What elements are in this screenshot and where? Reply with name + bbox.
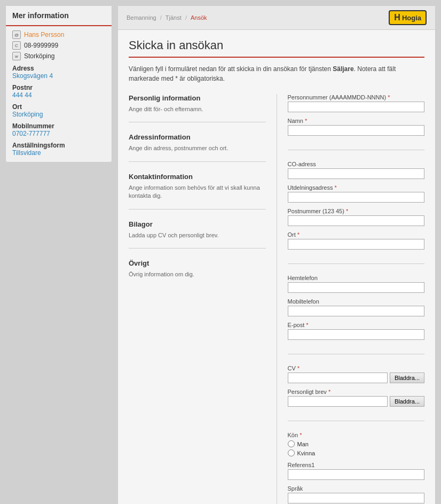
city-item: w Storköping xyxy=(12,52,105,60)
breadcrumb: Bemanning / Tjänst / Ansök xyxy=(127,14,207,21)
hemtelefon-input[interactable] xyxy=(288,282,425,293)
sprak-input[interactable] xyxy=(288,493,425,503)
ort-label: Ort * xyxy=(288,231,425,238)
section-address: Adressinformation Ange din adress, postn… xyxy=(129,133,266,161)
section-attachments-title: Bilagor xyxy=(129,220,266,228)
cv-label: CV * xyxy=(288,365,425,371)
name-label: Namn * xyxy=(288,118,425,124)
right-other-section: Kön * Man Kvinna xyxy=(288,432,425,504)
address-label: Adress xyxy=(12,65,105,72)
kon-radio-group: Man Kvinna xyxy=(288,440,425,456)
section-attachments: Bilagor Ladda upp CV och personligt brev… xyxy=(129,220,266,249)
section-personal-title: Personlig information xyxy=(129,94,266,102)
mobilnummer-label: Mobilnummer xyxy=(12,122,105,130)
phone-value: 08-9999999 xyxy=(24,42,58,49)
section-contact-desc: Ange information som behövs för att vi s… xyxy=(129,184,266,200)
kon-man-label: Man xyxy=(297,441,309,447)
cv-group: CV * Bladdra... xyxy=(288,365,425,383)
right-contact-section: Hemtelefon Mobiltelefon E-post * xyxy=(288,275,425,354)
cv-upload-row: Bladdra... xyxy=(288,373,425,383)
mobilnummer-value: 0702-777777 xyxy=(12,130,105,137)
city-icon: w xyxy=(12,52,21,60)
postnummer-group: Postnummer (123 45) * xyxy=(288,208,425,226)
referens1-input[interactable] xyxy=(288,469,425,480)
kon-kvinna-option[interactable]: Kvinna xyxy=(288,449,425,456)
sprak-group: Språk xyxy=(288,485,425,503)
hemtelefon-group: Hemtelefon xyxy=(288,275,425,293)
page-title: Skicka in ansökan xyxy=(129,38,424,58)
ort-input[interactable] xyxy=(288,239,425,250)
hemtelefon-label: Hemtelefon xyxy=(288,275,425,281)
section-attachments-desc: Ladda upp CV och personligt brev. xyxy=(129,231,266,239)
city-value: Storköping xyxy=(24,52,54,60)
mobiltelefon-label: Mobiltelefon xyxy=(288,298,425,305)
intro-prefix: Vänligen fyll i formuläret nedan för att… xyxy=(129,65,333,73)
sep1: / xyxy=(160,14,163,21)
page-content: Skicka in ansökan Vänligen fyll i formul… xyxy=(118,30,435,504)
co-address-input[interactable] xyxy=(288,168,425,179)
section-address-desc: Ange din adress, postnummer och ort. xyxy=(129,144,266,152)
name-input[interactable] xyxy=(288,125,425,136)
sidebar-content: @ Hans Persson C 08-9999999 w Storköping… xyxy=(6,26,112,162)
cv-file-input[interactable] xyxy=(288,373,388,383)
kon-group: Kön * Man Kvinna xyxy=(288,432,425,456)
ort-value: Storköping xyxy=(12,111,105,118)
anstallningsform-value: Tillsvidare xyxy=(12,149,105,157)
form-left: Personlig information Ange ditt för- och… xyxy=(129,94,277,504)
personnummer-input[interactable] xyxy=(288,102,425,112)
section-contact: Kontaktinformation Ange information som … xyxy=(129,173,266,210)
logo-h: H xyxy=(394,13,400,22)
personligt-brev-label: Personligt brev * xyxy=(288,389,425,395)
street-label: Utdelningsadress * xyxy=(288,184,425,191)
postnr-value: 444 44 xyxy=(12,91,105,99)
section-other-desc: Övrig information om dig. xyxy=(129,270,266,278)
mobiltelefon-group: Mobiltelefon xyxy=(288,298,425,316)
breadcrumb-bar: Bemanning / Tjänst / Ansök H Hogia xyxy=(118,6,435,30)
personligt-brev-browse-button[interactable]: Bladdra... xyxy=(390,396,424,407)
main-content: Bemanning / Tjänst / Ansök H Hogia Skick… xyxy=(117,5,436,504)
epost-label: E-post * xyxy=(288,322,425,328)
breadcrumb-bemanning[interactable]: Bemanning xyxy=(127,14,156,21)
right-address-section: CO-adress Utdelningsadress * Postnummer … xyxy=(288,161,425,264)
sep2: / xyxy=(185,14,188,21)
kon-kvinna-radio[interactable] xyxy=(288,449,295,456)
intro-text: Vänligen fyll i formuläret nedan för att… xyxy=(129,64,424,83)
sidebar-title: Mer information xyxy=(12,11,69,20)
personligt-brev-file-input[interactable] xyxy=(288,396,388,407)
email-icon: @ xyxy=(12,30,21,39)
section-personal-desc: Ange ditt för- och efternamn. xyxy=(129,105,266,113)
section-contact-title: Kontaktinformation xyxy=(129,173,266,181)
kon-man-radio[interactable] xyxy=(288,440,295,447)
address-value: Skogsvägen 4 xyxy=(12,72,105,80)
street-input[interactable] xyxy=(288,192,425,203)
referens1-group: Referens1 xyxy=(288,462,425,480)
logo-text: Hogia xyxy=(402,14,421,22)
section-other-title: Övrigt xyxy=(129,259,266,267)
email-item: @ Hans Persson xyxy=(12,30,105,39)
phone-item: C 08-9999999 xyxy=(12,41,105,50)
sidebar-header: Mer information xyxy=(6,6,112,26)
ort-label: Ort xyxy=(12,103,105,111)
section-other: Övrigt Övrig information om dig. xyxy=(129,259,266,287)
postnummer-input[interactable] xyxy=(288,215,425,226)
right-personal-section: Personnummer (AAAAMMDD-NNNN) * Namn * xyxy=(288,94,425,150)
breadcrumb-tjanst[interactable]: Tjänst xyxy=(166,14,182,21)
email-link[interactable]: Hans Persson xyxy=(24,31,64,38)
postnr-label: Postnr xyxy=(12,84,105,91)
personnummer-label: Personnummer (AAAAMMDD-NNNN) * xyxy=(288,94,425,100)
service-name: Säljare xyxy=(333,65,353,73)
right-attachments-section: CV * Bladdra... Personligt brev * xyxy=(288,365,425,421)
mobiltelefon-input[interactable] xyxy=(288,306,425,316)
postnummer-label: Postnummer (123 45) * xyxy=(288,208,425,214)
name-group: Namn * xyxy=(288,118,425,136)
kon-man-option[interactable]: Man xyxy=(288,440,425,447)
phone-icon: C xyxy=(12,41,21,50)
epost-input[interactable] xyxy=(288,329,425,340)
cv-browse-button[interactable]: Bladdra... xyxy=(390,373,424,383)
anstallningsform-label: Anställningsform xyxy=(12,142,105,149)
street-group: Utdelningsadress * xyxy=(288,184,425,203)
logo-container: H Hogia xyxy=(389,10,427,25)
sidebar: Mer information @ Hans Persson C 08-9999… xyxy=(5,5,112,162)
form-right: Personnummer (AAAAMMDD-NNNN) * Namn * xyxy=(277,94,425,504)
sprak-label: Språk xyxy=(288,485,425,492)
